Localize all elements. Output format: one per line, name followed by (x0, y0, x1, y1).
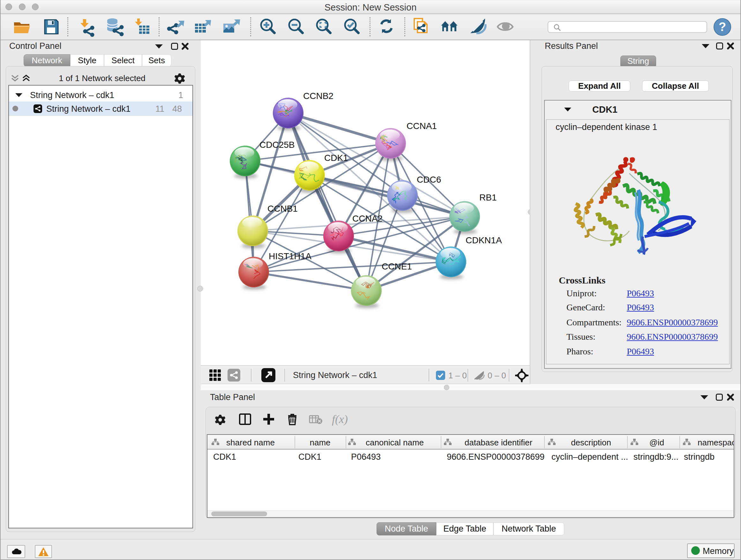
svg-text:CCNB2: CCNB2 (303, 91, 333, 101)
svg-text:HIST1H1A: HIST1H1A (269, 251, 312, 261)
svg-text:RB1: RB1 (479, 192, 496, 202)
svg-text:CDKN1A: CDKN1A (466, 235, 502, 245)
svg-text:CCNE1: CCNE1 (382, 261, 412, 271)
svg-text:CDC25B: CDC25B (259, 140, 294, 150)
svg-text:CCNA1: CCNA1 (407, 121, 437, 131)
svg-text:CCNA2: CCNA2 (352, 213, 383, 224)
svg-text:CDK1: CDK1 (324, 153, 348, 163)
svg-text:CDC6: CDC6 (417, 175, 441, 185)
svg-text:CCNB1: CCNB1 (267, 204, 298, 213)
